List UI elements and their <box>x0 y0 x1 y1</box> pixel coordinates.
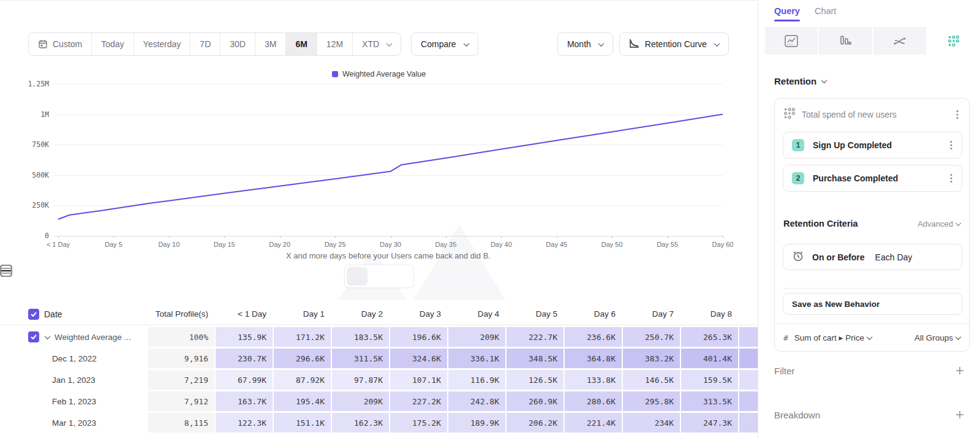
retention-criteria-label: Retention Criteria <box>783 219 918 228</box>
tab-chart[interactable]: Chart <box>815 6 836 21</box>
measure-dropdown[interactable]: Sum of cart ▸ Price <box>794 333 872 342</box>
total-profiles-cell: 8,115 <box>148 413 214 432</box>
retention-value-cell[interactable]: 324.6K <box>390 349 447 368</box>
retention-value-cell[interactable]: 87.92K <box>274 370 331 390</box>
retention-value-cell[interactable]: 313.5K <box>681 391 738 411</box>
event-row[interactable]: 1Sign Up Completed <box>783 132 962 159</box>
event-row[interactable]: 2Purchase Completed <box>783 165 962 192</box>
retention-value-cell[interactable]: 242.8K <box>448 391 505 411</box>
table-only-view-button[interactable] <box>369 267 390 285</box>
granularity-button[interactable]: Month <box>557 32 613 56</box>
retention-value-cell[interactable]: 236.6K <box>565 327 622 347</box>
retention-value-cell[interactable]: 227.2K <box>390 391 447 411</box>
range-yesterday[interactable]: Yesterday <box>134 33 190 55</box>
calendar-icon <box>38 39 48 49</box>
retention-section-toggle[interactable]: Retention <box>774 76 826 86</box>
retention-value-cell[interactable]: 146.5K <box>623 370 680 390</box>
retention-value-cell[interactable]: 171.2K <box>274 327 331 347</box>
table-body: Weighted Average ...100%135.9K171.2K183.… <box>0 327 758 432</box>
retention-value-cell[interactable]: 260.9K <box>507 391 564 411</box>
range-7d[interactable]: 7D <box>190 33 220 55</box>
retention-value-cell[interactable]: 296.6K <box>274 349 331 368</box>
retention-value-cell[interactable]: 209K <box>332 391 389 411</box>
range-today[interactable]: Today <box>91 33 133 55</box>
range-30d[interactable]: 30D <box>220 33 255 55</box>
cohort-label: Mar 1, 2023 <box>52 418 96 428</box>
retention-value-cell[interactable]: 383.2K <box>623 349 680 368</box>
retention-value-cell[interactable]: 163.7K <box>216 391 273 411</box>
retention-value-cell[interactable]: 364.8K <box>565 349 622 368</box>
view-toggle <box>0 265 758 288</box>
row-label-cell: Feb 1, 2023 <box>0 397 147 406</box>
kebab-menu-icon[interactable] <box>946 138 957 152</box>
table-row: Mar 1, 20238,115122.3K151.1K162.3K175.2K… <box>0 413 758 432</box>
retention-value-cell[interactable]: 196.6K <box>390 327 447 347</box>
column-header-day-3: Day 3 <box>390 309 447 319</box>
kebab-menu-icon[interactable] <box>952 108 963 121</box>
checkbox-checked[interactable] <box>28 309 39 320</box>
retention-value-cell[interactable]: 195.4K <box>274 391 331 411</box>
chevron-down-icon <box>821 77 827 83</box>
range-3m[interactable]: 3M <box>255 33 285 55</box>
retention-value-cell[interactable]: 162.3K <box>332 413 389 432</box>
retention-value-cell[interactable]: 311.5K <box>332 349 389 368</box>
add-filter-button[interactable] <box>953 364 967 377</box>
series-weighted-average-value <box>58 115 723 219</box>
report-tab-insights[interactable] <box>765 27 818 55</box>
save-as-new-behavior-button[interactable]: Save as New Behavior <box>783 293 962 315</box>
retention-value-cell[interactable]: 222.7K <box>507 327 564 347</box>
retention-value-cell[interactable]: 67.99K <box>216 370 273 390</box>
range-12m[interactable]: 12M <box>317 33 352 55</box>
split-view-button[interactable] <box>347 267 368 285</box>
range-xtd[interactable]: XTD <box>352 33 401 55</box>
criteria-row[interactable]: On or Before Each Day <box>783 244 962 270</box>
retention-value-cell[interactable]: 336.1K <box>448 349 505 368</box>
table-row: Feb 1, 20237,912163.7K195.4K209K227.2K24… <box>0 391 758 411</box>
retention-value-cell[interactable]: 97.87K <box>332 370 389 390</box>
retention-value-cell[interactable]: 189.9K <box>448 413 505 432</box>
retention-value-cell[interactable]: 116.9K <box>448 370 505 390</box>
retention-value-cell[interactable]: 250.7K <box>623 327 680 347</box>
tab-query[interactable]: Query <box>774 6 800 21</box>
report-tab-retention[interactable] <box>927 27 980 55</box>
range-custom[interactable]: Custom <box>29 33 91 55</box>
report-tab-funnels[interactable] <box>819 27 872 55</box>
retention-value-cell[interactable]: 107.1K <box>390 370 447 390</box>
retention-value-cell[interactable]: 234K <box>623 413 680 432</box>
event-step-badge: 2 <box>792 172 804 184</box>
retention-value-cell[interactable]: 206.2K <box>507 413 564 432</box>
chart-type-button[interactable]: Retention Curve <box>619 32 729 56</box>
kebab-menu-icon[interactable] <box>946 172 957 185</box>
range-6m[interactable]: 6M <box>285 33 316 55</box>
retention-value-cell[interactable]: 183.5K <box>332 327 389 347</box>
advanced-label: Advanced <box>918 219 953 228</box>
retention-value-cell[interactable]: 122.3K <box>216 413 273 432</box>
groups-label: All Groups <box>914 333 953 342</box>
chart-only-view-button[interactable] <box>391 267 412 285</box>
retention-value-cell[interactable]: 295.8K <box>623 391 680 411</box>
cohort-label[interactable]: Weighted Average ... <box>55 333 131 342</box>
row-label-cell: Mar 1, 2023 <box>0 418 147 428</box>
retention-value-cell[interactable]: 265.3K <box>681 327 738 347</box>
retention-value-cell[interactable]: 126.5K <box>507 370 564 390</box>
criteria-window: Each Day <box>875 252 913 262</box>
add-breakdown-button[interactable] <box>953 408 967 421</box>
retention-value-cell[interactable]: 348.5K <box>507 349 564 368</box>
report-tab-flows[interactable] <box>873 27 926 55</box>
retention-value-cell[interactable]: 247.3K <box>681 413 738 432</box>
advanced-dropdown[interactable]: Advanced <box>918 219 960 228</box>
retention-value-cell[interactable]: 230.7K <box>216 349 273 368</box>
retention-value-cell[interactable]: 159.5K <box>681 370 738 390</box>
retention-value-cell[interactable]: 280.6K <box>565 391 622 411</box>
groups-dropdown[interactable]: All Groups <box>914 333 960 342</box>
retention-value-cell[interactable]: 151.1K <box>274 413 331 432</box>
compare-button[interactable]: Compare <box>411 32 478 56</box>
retention-value-cell[interactable]: 221.4K <box>565 413 622 432</box>
retention-value-cell[interactable]: 135.9K <box>216 327 273 347</box>
retention-value-cell[interactable]: 401.4K <box>681 349 738 368</box>
retention-value-cell[interactable]: 133.8K <box>565 370 622 390</box>
column-header-total-profiles: Total Profile(s) <box>148 309 214 319</box>
retention-value-cell[interactable]: 175.2K <box>390 413 447 432</box>
checkbox-checked[interactable] <box>28 331 39 342</box>
retention-value-cell[interactable]: 209K <box>448 327 505 347</box>
